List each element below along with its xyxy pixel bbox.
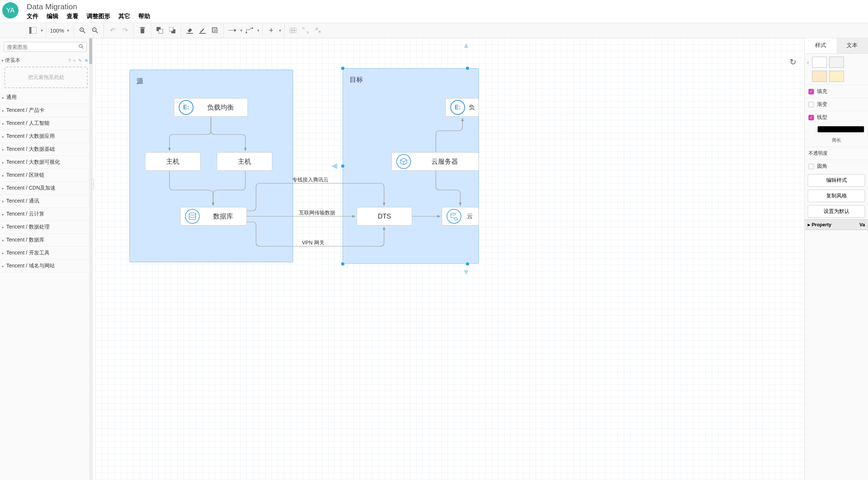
node-label: 云服务器 [411,157,478,166]
category-item[interactable]: ▸Tencent / 人工智能 [0,117,89,130]
zoom-out-icon[interactable] [89,25,101,36]
waypoints-icon[interactable] [243,25,256,36]
svg-rect-10 [140,27,145,28]
redo-icon[interactable]: ↷ [119,25,131,36]
diagram-canvas[interactable]: ↻ 源 目标 ◀ ▼ ▲ E: 负载均衡 主机 [95,38,804,480]
edit-icon[interactable]: ✎ [78,58,82,63]
close-icon[interactable]: ✕ [84,58,88,63]
selection-handle[interactable] [465,66,470,70]
delete-icon[interactable] [136,25,149,36]
chevron-down-icon[interactable]: ▼ [40,29,44,33]
property-header[interactable]: ▸ PropertyVa [805,219,868,230]
scratchpad-dropzone[interactable]: 把元素拖至此处 [4,67,88,88]
rotate-handle-icon[interactable]: ↻ [790,57,796,67]
category-item[interactable]: ▸Tencent / 区块链 [0,169,89,182]
node-host2[interactable]: 主机 [217,152,272,171]
search-shapes[interactable] [4,42,87,52]
collapse-icon[interactable] [312,25,324,36]
tab-style[interactable]: 样式 [805,38,837,53]
color-swatch[interactable] [812,57,827,68]
shadow-icon[interactable] [209,25,221,36]
to-back-icon[interactable] [166,25,179,36]
category-item[interactable]: ▸Tencent / 数据处理 [0,221,89,234]
table-icon[interactable] [287,25,299,36]
zoom-in-icon[interactable] [76,25,89,36]
set-default-button[interactable]: 设置为默认 [808,205,865,218]
color-swatch[interactable] [829,57,844,68]
category-item[interactable]: ▸Tencent / 产品卡 [0,104,89,117]
prop-label: 圆角 [817,163,827,170]
panel-resize[interactable]: ⋮ [92,38,95,480]
color-swatch[interactable] [829,71,844,82]
color-palette: ‹ [805,54,868,71]
avatar[interactable]: YA [2,2,18,19]
expand-icon[interactable] [299,25,312,36]
search-icon[interactable] [78,44,84,50]
menu-view[interactable]: 查看 [67,13,78,20]
menu-extras[interactable]: 其它 [118,13,130,20]
fill-color-icon[interactable] [184,25,196,36]
node-cvm[interactable]: 云服务器 [391,152,479,171]
category-item[interactable]: ▸Tencent / 大数据基础 [0,143,89,156]
prop-label: 填充 [817,88,827,95]
stroke-checkbox[interactable]: ✓ [808,115,814,120]
category-item[interactable]: ▸Tencent / 大数据可视化 [0,156,89,169]
left-panel: ▾ 便笺本 ? + ✎ ✕ 把元素拖至此处 ▸通用 ▸Tencent / 产品卡… [0,38,92,480]
category-item[interactable]: ▸通用 [0,91,89,104]
node-lb[interactable]: E: 负载均衡 [174,98,248,117]
category-item[interactable]: ▸Tencent / 域名与网站 [0,260,89,273]
plus-icon[interactable]: + [73,58,76,63]
search-input[interactable] [7,44,78,50]
selection-arrow-icon: ▼ [462,268,470,276]
chevron-left-icon[interactable]: ‹ [806,59,810,66]
right-panel: 样式 文本 ‹ ‹ ✓填充 渐变 ✓线型 周长 不透明度 圆角 编辑样式 复制风… [804,38,868,480]
add-icon[interactable]: + [265,25,277,36]
menu-arrange[interactable]: 调整图形 [87,13,110,20]
node-host1[interactable]: 主机 [145,152,201,171]
to-front-icon[interactable] [154,25,166,36]
svg-line-3 [83,31,85,33]
zoom-level[interactable]: 100% ▼ [48,27,71,34]
selection-handle[interactable] [341,164,345,168]
selection-handle[interactable] [341,66,345,70]
svg-line-28 [82,47,83,49]
category-item[interactable]: ▸Tencent / 大数据应用 [0,130,89,143]
selection-handle[interactable] [465,262,470,266]
scratchpad-header[interactable]: ▾ 便笺本 ? + ✎ ✕ [0,54,92,65]
fill-checkbox[interactable]: ✓ [808,89,814,94]
undo-icon[interactable]: ↶ [106,25,119,36]
node-lb2[interactable]: E: 负 [445,98,479,117]
tab-text[interactable]: 文本 [837,38,868,53]
category-item[interactable]: ▸Tencent / 通讯 [0,195,89,208]
menu-file[interactable]: 文件 [27,13,38,20]
node-label: 负 [465,104,478,111]
line-color-icon[interactable] [196,25,209,36]
node-cdb[interactable]: 云 [442,207,479,226]
gradient-checkbox[interactable] [808,102,814,107]
edit-style-button[interactable]: 编辑样式 [808,174,865,187]
panels-toggle-icon[interactable] [27,25,39,36]
rounded-checkbox[interactable] [808,164,814,169]
svg-rect-16 [186,33,193,34]
line-style-select[interactable] [817,126,864,133]
svg-point-30 [451,213,456,215]
color-swatch[interactable] [812,71,827,82]
menu-help[interactable]: 帮助 [138,13,150,20]
copy-style-button[interactable]: 复制风格 [808,190,865,202]
scrollbar[interactable] [89,38,92,480]
category-item[interactable]: ▸Tencent / 数据库 [0,234,89,247]
category-item[interactable]: ▸Tencent / CDN及加速 [0,182,89,195]
menu-edit[interactable]: 编辑 [47,13,58,20]
node-db[interactable]: 数据库 [180,207,247,226]
category-item[interactable]: ▸Tencent / 开发工具 [0,247,89,260]
node-dts[interactable]: DTS [357,207,412,226]
category-item[interactable]: ▸Tencent / 云计算 [0,208,89,221]
lb-icon: E: [179,100,194,115]
svg-rect-11 [141,27,144,27]
connection-icon[interactable] [226,25,239,36]
chevron-down-icon: ▾ [1,59,3,63]
selection-handle[interactable] [341,262,345,266]
shape-categories[interactable]: ▸通用 ▸Tencent / 产品卡 ▸Tencent / 人工智能 ▸Tenc… [0,91,92,480]
document-title[interactable]: Data Migration [27,1,150,13]
help-icon[interactable]: ? [68,58,71,63]
